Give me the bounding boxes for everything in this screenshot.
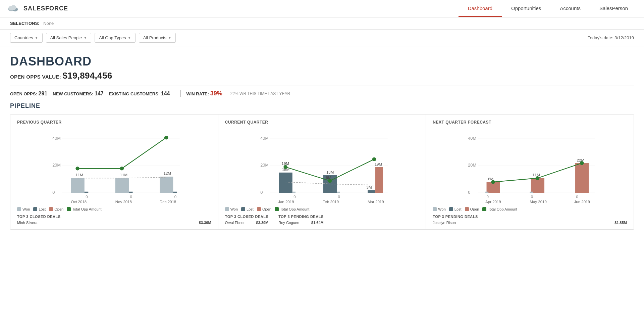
bar-curr-won-mar (368, 190, 375, 193)
svg-text:0: 0 (531, 195, 533, 199)
chart-svg-prev: 40M 20M 0 (17, 128, 211, 205)
all-products-filter[interactable]: All Products ▼ (139, 33, 176, 43)
logo-text: SALESFORCE (23, 5, 68, 12)
all-opp-types-filter[interactable]: All Opp Types ▼ (95, 33, 136, 43)
selections-label: SELECTIONS: (10, 21, 39, 26)
chart-svg-next: 40M 20M 0 0 0 0 (433, 128, 627, 205)
svg-text:0: 0 (174, 195, 176, 199)
svg-text:40M: 40M (468, 136, 477, 141)
curr-closed-name-1: Orval Ebner (225, 221, 245, 225)
next-deals: TOP 3 PENDING DEALS Joselyn Rison $1.85M (433, 215, 627, 225)
selections-value: None (43, 21, 54, 26)
dot-next-2 (536, 176, 540, 180)
sales-people-label: All Sales People (50, 35, 82, 40)
dot-prev-2 (120, 167, 124, 171)
bar-prev-lost-dec (173, 192, 177, 193)
legend-curr-swatch-won (225, 207, 229, 211)
prev-closed-title: TOP 3 CLOSED DEALS (17, 215, 211, 219)
svg-text:19M: 19M (374, 162, 382, 166)
divider-1 (10, 86, 634, 86)
open-opps-stat-value: 291 (39, 91, 48, 96)
opp-types-label: All Opp Types (99, 35, 126, 40)
next-pending-row-1: Joselyn Rison $1.85M (433, 220, 627, 225)
dot-curr-3 (372, 157, 376, 161)
tab-dashboard[interactable]: Dashboard (459, 0, 502, 17)
legend-open-label: Open (54, 207, 63, 211)
tab-salesperson[interactable]: SalesPerson (590, 0, 637, 17)
svg-text:0: 0 (52, 190, 55, 195)
chart-panel-previous: PREVIOUS QUARTER 40M 20M 0 (10, 115, 218, 229)
open-opps-stat-label: OPEN OPPS: (10, 91, 37, 96)
legend-next-lost: Lost (449, 207, 462, 211)
svg-text:3M: 3M (366, 185, 372, 189)
prev-deals: TOP 3 CLOSED DEALS Minh Silvera $3.39M (17, 215, 211, 225)
svg-text:0: 0 (576, 195, 578, 199)
prev-closed-row-1: Minh Silvera $3.39M (17, 220, 211, 225)
curr-pending-amount-1: $1.64M (311, 221, 324, 225)
svg-text:0: 0 (130, 195, 132, 199)
products-chevron-icon: ▼ (168, 36, 171, 40)
curr-closed-amount-1: $3.39M (256, 221, 269, 225)
legend-next-swatch-won (433, 207, 437, 211)
curr-pending-row-1: Roy Goguen $1.64M (278, 220, 323, 225)
countries-filter[interactable]: Countries ▼ (10, 33, 43, 43)
legend-next-swatch-total (482, 207, 486, 211)
svg-text:Mar 2019: Mar 2019 (368, 200, 384, 204)
svg-text:0: 0 (468, 190, 471, 195)
tab-opportunities[interactable]: Opportunities (502, 0, 550, 17)
svg-text:13M: 13M (326, 170, 334, 174)
win-rate-stat: WIN RATE: 39% (186, 90, 222, 97)
legend-swatch-total (67, 207, 71, 211)
bar-curr-lost-feb (337, 192, 340, 193)
curr-deals: TOP 3 CLOSED DEALS Orval Ebner $3.39M TO… (225, 215, 419, 225)
svg-text:11M: 11M (533, 173, 540, 177)
legend-curr-total: Total Opp Amount (275, 207, 309, 211)
main-content: DASHBOARD OPEN OPPS VALUE: $19,894,456 O… (0, 46, 644, 317)
legend-curr-lost: Lost (241, 207, 254, 211)
chart-panel-current: CURRENT QUARTER 40M 20M 0 (218, 115, 426, 229)
svg-text:40M: 40M (52, 136, 61, 141)
dot-next-1 (491, 180, 495, 184)
chart-title-current: CURRENT QUARTER (225, 120, 419, 125)
svg-text:Apr 2019: Apr 2019 (485, 200, 501, 204)
tab-accounts[interactable]: Accounts (550, 0, 590, 17)
svg-text:0: 0 (260, 190, 263, 195)
chart-title-previous: PREVIOUS QUARTER (17, 120, 211, 125)
all-sales-people-filter[interactable]: All Sales People ▼ (46, 33, 92, 43)
nav-tabs: Dashboard Opportunities Accounts SalesPe… (459, 0, 637, 17)
countries-chevron-icon: ▼ (35, 36, 38, 40)
legend-curr-lost-label: Lost (247, 207, 254, 211)
legend-total-label: Total Opp Amount (72, 207, 101, 211)
bar-next-won-may (530, 192, 533, 193)
legend-swatch-won (17, 207, 21, 211)
dot-next-3 (580, 161, 584, 165)
svg-text:40M: 40M (260, 136, 269, 141)
chart-svg-current: 40M 20M 0 (225, 128, 419, 205)
legend-curr-swatch-total (275, 207, 279, 211)
legend-prev: Won Lost Open Total Opp Amount (17, 207, 211, 211)
win-rate-label: WIN RATE: (186, 91, 209, 96)
svg-text:May 2019: May 2019 (530, 200, 547, 204)
svg-text:Jan 2019: Jan 2019 (278, 200, 294, 204)
legend-curr-won-label: Won (230, 207, 238, 211)
legend-curr: Won Lost Open Total Opp Amount (225, 207, 419, 211)
dot-prev-3 (164, 136, 168, 140)
bar-curr-open-mar (375, 167, 383, 193)
bar-curr-won-jan (279, 173, 292, 193)
charts-row: PREVIOUS QUARTER 40M 20M 0 (10, 114, 634, 230)
next-pending-name-1: Joselyn Rison (433, 221, 455, 225)
legend-curr-swatch-lost (241, 207, 245, 211)
sales-people-chevron-icon: ▼ (84, 36, 87, 40)
curr-pending-name-1: Roy Goguen (278, 221, 299, 225)
bar-prev-lost-nov (129, 192, 133, 193)
svg-text:11M: 11M (75, 173, 83, 177)
vert-divider (180, 90, 181, 97)
legend-swatch-open (49, 207, 53, 211)
chart-svg-next: 40M 20M 0 0 0 0 (433, 128, 627, 205)
chart-svg-curr: 40M 20M 0 (225, 128, 419, 205)
bar-prev-won-nov (115, 178, 129, 193)
legend-next: Won Lost Open Total Opp Amount (433, 207, 627, 211)
legend-curr-won: Won (225, 207, 238, 211)
legend-won: Won (17, 207, 30, 211)
chart-svg-previous: 40M 20M 0 (17, 128, 211, 205)
